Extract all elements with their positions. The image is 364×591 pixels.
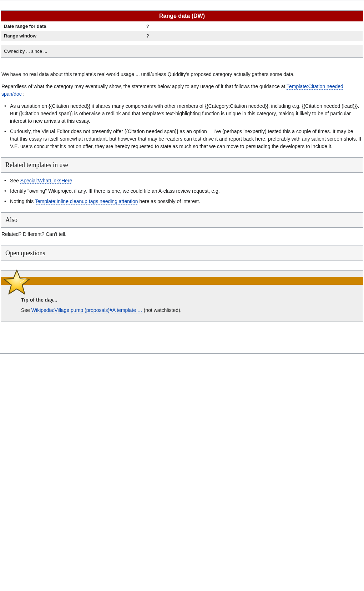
- infobox-header: Range data (DW): [1, 11, 363, 21]
- star-icon: [2, 268, 31, 297]
- list-item: Curiously, the Visual Editor does not pr…: [10, 128, 363, 150]
- tip-title: Tip of the day...: [21, 296, 358, 304]
- range-data-infobox: Range data (DW) Date range for data ? Ra…: [1, 10, 363, 58]
- section-also: Also: [1, 212, 363, 228]
- related-bullet-list: See Special:WhatLinksHere Identify "owni…: [1, 177, 363, 205]
- tip-bar: [1, 277, 363, 285]
- infobox-label: Date range for data: [4, 24, 146, 29]
- vp-proposals-link[interactable]: Wikipedia:Village pump (proposals)#A tem…: [31, 307, 142, 313]
- list-item: As a variation on {{Citation needed}} it…: [10, 102, 363, 125]
- top-rule: [0, 0, 364, 0]
- infobox-value: ?: [146, 33, 360, 39]
- section-related: Related templates in use: [1, 157, 363, 173]
- attention-template-link[interactable]: Template:Inline cleanup tags needing att…: [35, 198, 138, 204]
- infobox-label: Range window: [4, 33, 146, 39]
- paragraph-text: Regardless of what the category may even…: [1, 84, 287, 89]
- intro-paragraph: We have no real data about this template…: [1, 71, 363, 79]
- infobox-row: Range window ?: [1, 31, 363, 41]
- list-item: Noting this Template:Inline cleanup tags…: [10, 198, 363, 205]
- intro-paragraph-2: Regardless of what the category may even…: [1, 83, 363, 98]
- whatlinkshere-link[interactable]: Special:WhatLinksHere: [20, 178, 72, 184]
- infobox-footer: Owned by ... since ...: [1, 45, 363, 57]
- tip-box: Tip of the day... See Wikipedia:Village …: [1, 270, 363, 322]
- also-text: Related? Different? Can't tell.: [1, 231, 363, 238]
- infobox-value: ?: [146, 24, 360, 29]
- infobox-row: Date range for data ?: [1, 21, 363, 31]
- infobox-row: [1, 41, 363, 45]
- list-item: See Special:WhatLinksHere: [10, 177, 363, 185]
- section-open: Open questions: [1, 246, 363, 261]
- tip-body: Tip of the day... See Wikipedia:Village …: [1, 285, 363, 317]
- list-item: Identify "owning" Wikiproject if any. If…: [10, 187, 363, 195]
- bottom-rule: [0, 353, 364, 354]
- info-bullet-list: As a variation on {{Citation needed}} it…: [1, 102, 363, 150]
